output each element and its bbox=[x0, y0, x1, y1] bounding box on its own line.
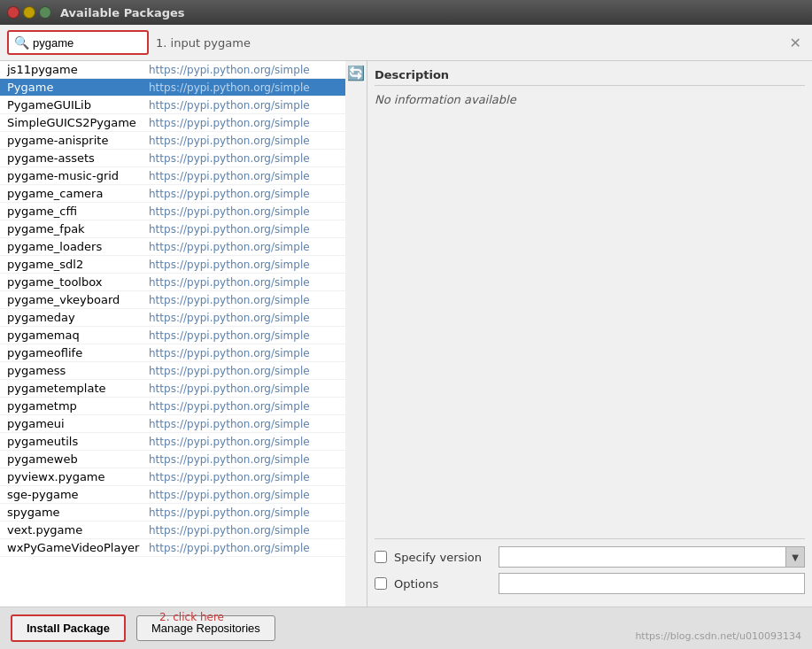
package-name: pygame-assets bbox=[7, 151, 149, 165]
package-name: pygame-music-grid bbox=[7, 169, 149, 182]
list-scroll-wrapper: js11pygamehttps://pypi.python.org/simple… bbox=[0, 61, 367, 607]
package-row[interactable]: pygamedayhttps://pypi.python.org/simple bbox=[0, 309, 345, 327]
package-row[interactable]: pygame_loadershttps://pypi.python.org/si… bbox=[0, 238, 345, 256]
package-row[interactable]: pygame-assetshttps://pypi.python.org/sim… bbox=[0, 150, 345, 167]
left-panel: js11pygamehttps://pypi.python.org/simple… bbox=[0, 61, 367, 607]
options-checkbox[interactable] bbox=[375, 577, 387, 590]
package-url: https://pypi.python.org/simple bbox=[149, 489, 310, 501]
package-url: https://pypi.python.org/simple bbox=[149, 436, 310, 448]
package-url: https://pypi.python.org/simple bbox=[149, 471, 310, 483]
description-body: No information available bbox=[375, 93, 805, 538]
package-row[interactable]: pygameuihttps://pypi.python.org/simple bbox=[0, 415, 345, 433]
window-controls[interactable] bbox=[7, 6, 51, 19]
package-url: https://pypi.python.org/simple bbox=[149, 170, 310, 182]
package-name: pygameweb bbox=[7, 452, 149, 466]
package-name: PygameGUILib bbox=[7, 98, 149, 112]
package-row[interactable]: pygamemaqhttps://pypi.python.org/simple bbox=[0, 327, 345, 344]
package-row[interactable]: sge-pygamehttps://pypi.python.org/simple bbox=[0, 486, 345, 504]
package-name: pygame_sdl2 bbox=[7, 258, 149, 271]
specify-version-label: Specify version bbox=[394, 551, 491, 564]
close-button[interactable] bbox=[7, 6, 19, 19]
package-name: pygame_vkeyboard bbox=[7, 293, 149, 306]
package-row[interactable]: pygame-music-gridhttps://pypi.python.org… bbox=[0, 167, 345, 185]
package-name: pygame_cffi bbox=[7, 205, 149, 218]
package-url: https://pypi.python.org/simple bbox=[149, 400, 310, 413]
package-name: pygame_toolbox bbox=[7, 275, 149, 289]
maximize-button[interactable] bbox=[39, 6, 51, 19]
package-name: Pygame bbox=[7, 81, 149, 94]
package-row[interactable]: wxPyGameVideoPlayerhttps://pypi.python.o… bbox=[0, 539, 345, 557]
package-name: pygametemplate bbox=[7, 382, 149, 395]
search-bar: 🔍 1. input pygame ✕ bbox=[0, 25, 812, 61]
package-url: https://pypi.python.org/simple bbox=[149, 241, 310, 253]
package-name: spygame bbox=[7, 506, 149, 519]
package-row[interactable]: pygame_camerahttps://pypi.python.org/sim… bbox=[0, 185, 345, 203]
package-name: js11pygame bbox=[7, 63, 149, 76]
install-package-button[interactable]: Install Package bbox=[11, 614, 126, 642]
specify-version-row: Specify version ▼ bbox=[375, 546, 805, 568]
package-name: pyviewx.pygame bbox=[7, 470, 149, 483]
search-hint: 1. input pygame bbox=[156, 36, 251, 50]
package-row[interactable]: SimpleGUICS2Pygamehttps://pypi.python.or… bbox=[0, 114, 345, 132]
package-name: pygametmp bbox=[7, 399, 149, 413]
package-row[interactable]: PygameGUILibhttps://pypi.python.org/simp… bbox=[0, 97, 345, 114]
options-input[interactable] bbox=[499, 573, 805, 594]
content-area: js11pygamehttps://pypi.python.org/simple… bbox=[0, 61, 812, 607]
package-row[interactable]: pygame_fpakhttps://pypi.python.org/simpl… bbox=[0, 220, 345, 238]
package-row[interactable]: pygame-anispritehttps://pypi.python.org/… bbox=[0, 132, 345, 150]
package-row[interactable]: pygame_vkeyboardhttps://pypi.python.org/… bbox=[0, 291, 345, 309]
package-url: https://pypi.python.org/simple bbox=[149, 152, 310, 165]
search-wrapper[interactable]: 🔍 bbox=[7, 30, 149, 55]
package-row[interactable]: pygameoflifehttps://pypi.python.org/simp… bbox=[0, 344, 345, 362]
specify-version-checkbox[interactable] bbox=[375, 551, 387, 563]
package-row[interactable]: pygametemplatehttps://pypi.python.org/si… bbox=[0, 380, 345, 398]
package-name: pygamess bbox=[7, 364, 149, 377]
package-name: wxPyGameVideoPlayer bbox=[7, 541, 149, 554]
package-name: pygameoflife bbox=[7, 346, 149, 359]
package-url: https://pypi.python.org/simple bbox=[149, 276, 310, 289]
version-select[interactable] bbox=[499, 546, 805, 568]
package-url: https://pypi.python.org/simple bbox=[149, 506, 310, 519]
package-row[interactable]: pygame_toolboxhttps://pypi.python.org/si… bbox=[0, 274, 345, 291]
package-url: https://pypi.python.org/simple bbox=[149, 347, 310, 359]
minimize-button[interactable] bbox=[23, 6, 35, 19]
refresh-icon[interactable]: 🔄 bbox=[345, 61, 367, 607]
watermark: https://blog.csdn.net/u010093134 bbox=[635, 630, 801, 642]
search-input[interactable] bbox=[33, 36, 130, 50]
package-url: https://pypi.python.org/simple bbox=[149, 294, 310, 306]
package-list[interactable]: js11pygamehttps://pypi.python.org/simple… bbox=[0, 61, 345, 607]
version-select-arrow[interactable]: ▼ bbox=[785, 546, 805, 568]
options-label: Options bbox=[394, 577, 491, 591]
main-window: 🔍 1. input pygame ✕ js11pygamehttps://py… bbox=[0, 25, 812, 649]
package-row[interactable]: Pygamehttps://pypi.python.org/simple bbox=[0, 79, 345, 97]
package-url: https://pypi.python.org/simple bbox=[149, 188, 310, 200]
package-url: https://pypi.python.org/simple bbox=[149, 365, 310, 377]
package-url: https://pypi.python.org/simple bbox=[149, 382, 310, 395]
package-row[interactable]: spygamehttps://pypi.python.org/simple bbox=[0, 504, 345, 522]
package-name: pygameutils bbox=[7, 435, 149, 448]
package-row[interactable]: pygametmphttps://pypi.python.org/simple bbox=[0, 398, 345, 415]
package-name: pygameday bbox=[7, 311, 149, 324]
package-name: pygame-anisprite bbox=[7, 134, 149, 147]
package-row[interactable]: js11pygamehttps://pypi.python.org/simple bbox=[0, 61, 345, 79]
search-icon: 🔍 bbox=[14, 35, 29, 50]
package-row[interactable]: pygame_sdl2https://pypi.python.org/simpl… bbox=[0, 256, 345, 274]
click-hint: 2. click here bbox=[159, 611, 224, 623]
package-row[interactable]: pygamewebhttps://pypi.python.org/simple bbox=[0, 451, 345, 468]
package-name: pygame_loaders bbox=[7, 240, 149, 253]
package-url: https://pypi.python.org/simple bbox=[149, 81, 310, 94]
bottom-bar: Install Package Manage Repositories 2. c… bbox=[0, 607, 812, 649]
package-url: https://pypi.python.org/simple bbox=[149, 205, 310, 218]
package-row[interactable]: pygamesshttps://pypi.python.org/simple bbox=[0, 362, 345, 380]
package-row[interactable]: vext.pygamehttps://pypi.python.org/simpl… bbox=[0, 522, 345, 539]
options-area: Specify version ▼ Options bbox=[375, 538, 805, 599]
package-url: https://pypi.python.org/simple bbox=[149, 329, 310, 342]
search-clear-button[interactable]: ✕ bbox=[786, 35, 805, 51]
package-name: pygamemaq bbox=[7, 328, 149, 342]
package-url: https://pypi.python.org/simple bbox=[149, 259, 310, 271]
package-url: https://pypi.python.org/simple bbox=[149, 312, 310, 324]
package-row[interactable]: pygameutilshttps://pypi.python.org/simpl… bbox=[0, 433, 345, 451]
package-row[interactable]: pygame_cffihttps://pypi.python.org/simpl… bbox=[0, 203, 345, 220]
window-title: Available Packages bbox=[60, 6, 185, 19]
package-row[interactable]: pyviewx.pygamehttps://pypi.python.org/si… bbox=[0, 468, 345, 486]
